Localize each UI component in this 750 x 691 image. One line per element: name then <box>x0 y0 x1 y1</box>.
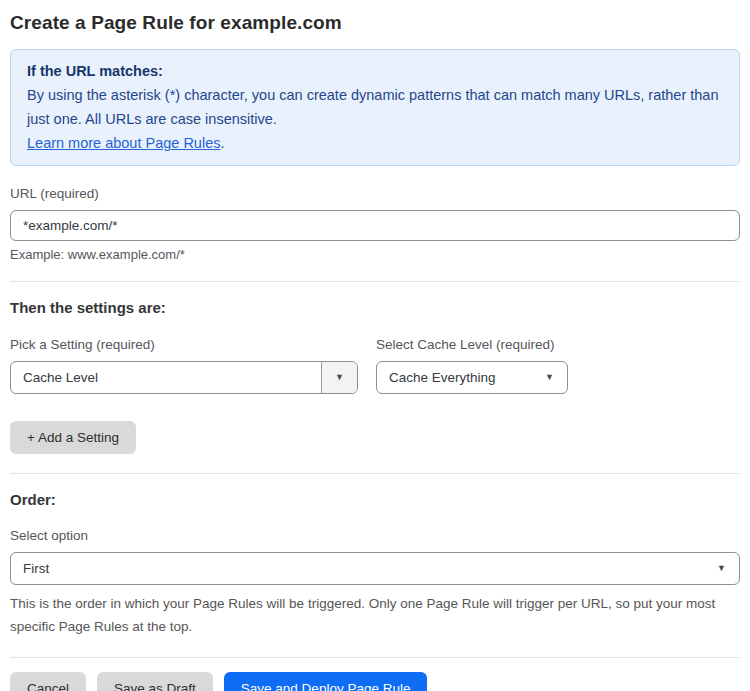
add-setting-button[interactable]: + Add a Setting <box>10 421 136 454</box>
setting-picker-label: Pick a Setting (required) <box>10 337 358 352</box>
url-input[interactable] <box>10 210 740 241</box>
info-box-body: By using the asterisk (*) character, you… <box>27 83 723 131</box>
info-box-link-line: Learn more about Page Rules. <box>27 131 723 155</box>
cache-level-dropdown[interactable]: Cache Everything ▼ <box>376 361 568 394</box>
cache-level-picker-label: Select Cache Level (required) <box>376 337 568 352</box>
info-box-heading: If the URL matches: <box>27 59 723 83</box>
divider-order <box>10 473 740 474</box>
save-deploy-button[interactable]: Save and Deploy Page Rule <box>224 672 428 691</box>
order-value: First <box>11 561 717 576</box>
setting-picker-value: Cache Level <box>11 370 321 385</box>
learn-more-link[interactable]: Learn more about Page Rules <box>27 135 220 151</box>
setting-picker-arrow-button[interactable]: ▼ <box>321 362 357 393</box>
cache-level-picker-column: Select Cache Level (required) Cache Ever… <box>376 319 568 394</box>
page-title: Create a Page Rule for example.com <box>10 12 740 34</box>
save-draft-button[interactable]: Save as Draft <box>97 672 213 691</box>
chevron-down-icon: ▼ <box>545 373 567 382</box>
link-suffix: . <box>220 135 224 151</box>
setting-picker-column: Pick a Setting (required) Cache Level ▼ <box>10 319 358 394</box>
cache-level-value: Cache Everything <box>377 370 545 385</box>
chevron-down-icon: ▼ <box>335 373 344 382</box>
order-heading: Order: <box>10 491 740 508</box>
setting-picker-dropdown[interactable]: Cache Level ▼ <box>10 361 358 394</box>
settings-heading: Then the settings are: <box>10 299 740 316</box>
chevron-down-icon: ▼ <box>717 564 739 573</box>
divider-footer <box>10 657 740 658</box>
url-field-label: URL (required) <box>10 186 740 201</box>
url-example-helper: Example: www.example.com/* <box>10 247 740 262</box>
order-helper-text: This is the order in which your Page Rul… <box>10 592 740 638</box>
order-select-label: Select option <box>10 528 740 543</box>
divider-settings <box>10 281 740 282</box>
order-dropdown[interactable]: First ▼ <box>10 552 740 585</box>
cancel-button[interactable]: Cancel <box>10 672 86 691</box>
url-match-info-box: If the URL matches: By using the asteris… <box>10 49 740 166</box>
footer-actions: Cancel Save as Draft Save and Deploy Pag… <box>10 672 740 691</box>
settings-pickers-row: Pick a Setting (required) Cache Level ▼ … <box>10 319 740 394</box>
